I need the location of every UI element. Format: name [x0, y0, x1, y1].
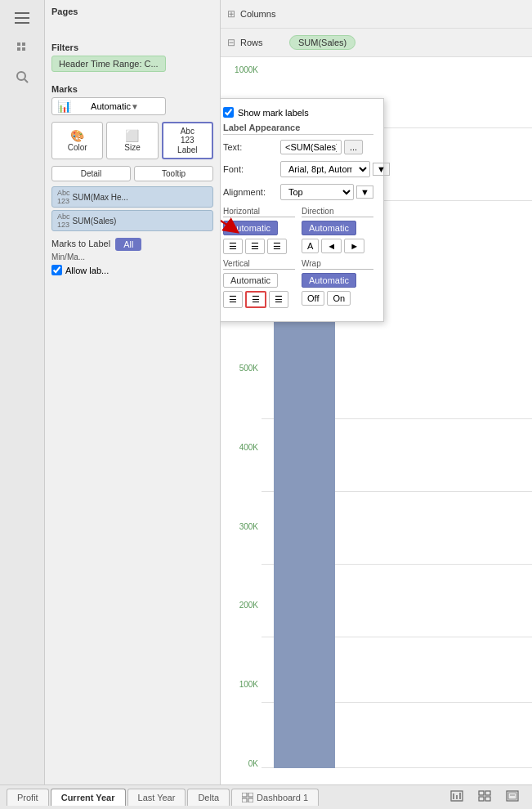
show-mark-labels-checkbox[interactable] [223, 107, 234, 118]
minmax-label: Min/Ma... [51, 253, 213, 261]
vert-align-center-button[interactable]: ☰ [245, 291, 266, 308]
columns-grid-icon: ⊞ [227, 8, 235, 20]
horiz-btn-group: Automatic [223, 221, 295, 235]
horizontal-title: Horizontal [223, 207, 295, 217]
y-label-extra2: 0K [248, 759, 258, 768]
size-button[interactable]: ⬜ Size [106, 122, 158, 159]
new-dashboard-icon[interactable] [472, 787, 498, 807]
y-label-0k: 200K [239, 601, 258, 610]
dropdown-arrow-icon: ▼ [131, 102, 160, 111]
sum-maxhe-label: SUM(Max He... [73, 193, 128, 202]
marks-to-label-text: Marks to Label [51, 239, 110, 248]
wrap-title: Wrap [302, 259, 373, 270]
dir-left-button[interactable]: ◄ [321, 239, 342, 253]
new-story-icon[interactable] [499, 787, 525, 807]
direction-section: Direction Automatic A ◄ ► [302, 207, 373, 254]
detail-button[interactable]: Detail [51, 166, 131, 181]
y-label-100k: 300K [239, 522, 258, 531]
horiz-align-center-button[interactable]: ☰ [245, 239, 265, 254]
svg-rect-11 [242, 798, 247, 802]
new-story-icon-svg [506, 790, 519, 802]
label-popup: Show mark labels Label Appearance Text: … [221, 98, 384, 322]
svg-rect-15 [456, 795, 458, 799]
horiz-automatic-button[interactable]: Automatic [223, 221, 278, 235]
search-panel-icon[interactable] [7, 36, 37, 59]
sidebar: Pages Filters Header Time Range: C... Ma… [45, 0, 221, 784]
color-label: Color [68, 143, 87, 152]
tab-dashboard1[interactable]: Dashboard 1 [231, 789, 319, 806]
text-input[interactable] [280, 140, 342, 154]
tab-profit[interactable]: Profit [7, 789, 49, 806]
sum-sales-chip[interactable]: Abc123 SUM(Sales) [51, 210, 213, 231]
search-icon[interactable] [7, 65, 37, 88]
svg-rect-16 [459, 793, 461, 799]
alignment-row: Alignment: Top ▼ [223, 184, 373, 200]
sum-maxhe-chip[interactable]: Abc123 SUM(Max He... [51, 186, 213, 208]
font-row: Font: Arial, 8pt, Automati... ▼ [223, 161, 373, 177]
vertical-title: Vertical [223, 259, 295, 270]
dir-btn-group: Automatic [302, 221, 373, 235]
alignment-sections: Horizontal Automatic ☰ ☰ ☰ Direction [223, 207, 373, 308]
abc-icon-1: Abc123 [57, 189, 70, 205]
filter-chip[interactable]: Header Time Range: C... [51, 56, 166, 72]
new-dashboard-grid-icon [478, 790, 491, 802]
marks-type-dropdown[interactable]: 📊 Automatic ▼ [51, 97, 166, 115]
wrap-off-button[interactable]: Off [302, 291, 324, 306]
dashboard-grid-icon [242, 793, 253, 802]
allow-label-text: Allow lab... [65, 266, 109, 275]
vert-align-left-button[interactable]: ☰ [223, 291, 243, 308]
tab-dashboard1-label: Dashboard 1 [257, 793, 308, 802]
allow-labels-checkbox[interactable] [51, 265, 62, 275]
tooltip-label: Tooltip [162, 169, 186, 178]
dir-right-button[interactable]: ► [344, 239, 364, 253]
detail-label: Detail [81, 169, 102, 178]
dir-a-button[interactable]: A [302, 239, 319, 253]
text-ellipsis-button[interactable]: ... [344, 140, 363, 154]
tab-delta[interactable]: Delta [187, 789, 230, 806]
alignment-arrow[interactable]: ▼ [356, 185, 373, 199]
marks-type-label: Automatic [91, 101, 131, 111]
direction-title: Direction [302, 207, 373, 217]
new-sheet-icon[interactable] [444, 787, 470, 807]
font-dropdown-arrow[interactable]: ▼ [373, 163, 390, 176]
tab-profit-label: Profit [17, 793, 38, 802]
left-panel [0, 0, 45, 809]
vert-btn-group: Automatic [223, 273, 295, 288]
all-button[interactable]: All [115, 238, 141, 251]
horiz-align-left-button[interactable]: ☰ [223, 239, 243, 254]
label-button[interactable]: Abc123 Label [162, 122, 213, 159]
alignment-dropdown[interactable]: Top [280, 184, 354, 200]
label-appearance-title: Label Appearance [223, 123, 373, 135]
wrap-on-button[interactable]: On [327, 291, 351, 306]
horiz-align-right-button[interactable]: ☰ [267, 239, 287, 254]
columns-row: ⊞ Columns [221, 0, 532, 29]
svg-rect-20 [479, 797, 484, 801]
label-label: Label [177, 145, 197, 154]
vert-align-right-button[interactable]: ☰ [269, 291, 288, 308]
wrap-automatic-button[interactable]: Automatic [302, 273, 356, 288]
color-button[interactable]: 🎨 Color [51, 122, 103, 159]
tab-last-year[interactable]: Last Year [127, 789, 186, 806]
tab-current-year[interactable]: Current Year [51, 789, 126, 806]
svg-rect-14 [453, 793, 454, 799]
label-icon: Abc123 [181, 127, 194, 145]
dir-align-btns: A ◄ ► [302, 239, 373, 253]
sum-sales-pill[interactable]: SUM(Sales) [289, 35, 355, 50]
svg-rect-18 [479, 791, 484, 795]
svg-rect-12 [248, 798, 253, 802]
font-label: Font: [223, 164, 280, 174]
show-mark-labels-text: Show mark labels [238, 108, 309, 118]
new-chart-icon [450, 790, 463, 802]
rows-row: ⊟ Rows SUM(Sales) [221, 29, 532, 57]
dir-automatic-button[interactable]: Automatic [302, 221, 356, 235]
font-dropdown[interactable]: Arial, 8pt, Automati... [280, 161, 370, 177]
vert-automatic-button[interactable]: Automatic [223, 273, 278, 288]
wrap-section: Wrap Automatic Off On [302, 259, 373, 308]
y-label-300k: 500K [239, 364, 258, 373]
tooltip-button[interactable]: Tooltip [134, 166, 213, 181]
menu-icon[interactable] [7, 7, 37, 29]
color-icon: 🎨 [70, 129, 84, 142]
horizontal-section: Horizontal Automatic ☰ ☰ ☰ [223, 207, 295, 254]
bar-chart-icon: 📊 [57, 100, 87, 113]
y-label-1000k: 1000K [235, 65, 258, 74]
